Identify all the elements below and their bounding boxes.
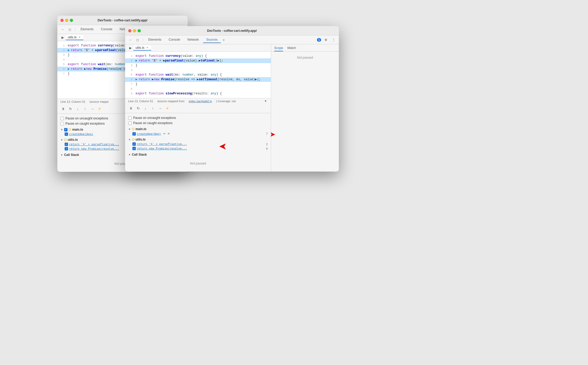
parsefloat-line-front: 2 (266, 143, 268, 146)
uncaught-checkbox-back[interactable] (60, 117, 64, 120)
minimize-button-back[interactable] (65, 19, 68, 22)
call-stack-header-front: ▼ Call Stack (128, 152, 268, 157)
parsefloat-text-back[interactable]: return '$' + parseFloat(va... (69, 143, 119, 146)
device-icon[interactable]: ◻ (67, 26, 73, 33)
file-icon-utils-front: ⬡ (132, 138, 134, 141)
status-position-back: Line 13, Column 51 (60, 100, 85, 103)
caught-label-back: Pause on caught exceptions (65, 122, 105, 125)
parsefloat-checkbox-front[interactable]: ✓ (132, 142, 136, 146)
step-out-btn-front[interactable]: ↑ (150, 106, 155, 111)
more-options-icon[interactable]: ⋮ (330, 37, 337, 43)
edit-bp-icon[interactable]: ✏ (163, 132, 166, 136)
file-tab-close-back[interactable]: ✕ (78, 35, 81, 39)
traffic-lights-front (128, 29, 141, 32)
parsefloat-checkbox-back[interactable]: ✓ (65, 143, 68, 146)
play-icon-back[interactable]: ▶ (59, 34, 66, 41)
file-tab-utils-front[interactable]: utils.ts ✕ (133, 45, 151, 51)
red-arrow-front: ➤ (270, 130, 275, 138)
bp-group-header-main-front: ▼ ⬡ main.ts (128, 127, 268, 131)
remove-bp-icon[interactable]: ✕ (167, 132, 170, 136)
code-editor-front: 1 export function currency(value: any) {… (125, 52, 271, 98)
promise-checkbox-back[interactable]: ✓ (65, 147, 68, 150)
step-btn-back[interactable]: → (90, 106, 95, 112)
status-source-prefix-front: (source mapped from (157, 100, 185, 103)
settings-icon[interactable]: ⚙ (323, 37, 329, 43)
tab-elements-back[interactable]: Elements (77, 26, 97, 33)
editor-with-panel: ▶ utils.ts ✕ 1 export function currency(… (125, 44, 339, 172)
divider-front (143, 38, 143, 42)
step-over-btn-back[interactable]: ↻ (68, 106, 73, 112)
more-tabs-icon[interactable]: » (222, 38, 226, 42)
caught-exception-row-front: Pause on caught exceptions (128, 120, 268, 126)
chevron-icon: ▼ (60, 128, 63, 131)
file-icon-main-back: ⬡ (69, 128, 71, 131)
scope-tab[interactable]: Scope (274, 46, 283, 51)
scope-not-paused: Not paused (271, 52, 339, 64)
step-over-btn-front[interactable]: ↻ (136, 106, 141, 111)
promise-text-front[interactable]: return new Promise(resolve... (137, 147, 187, 150)
front-code-line-4: 4 (125, 68, 271, 72)
uncaught-exception-row-front: Pause on uncaught exceptions (128, 115, 268, 120)
deactivate-btn-front[interactable]: ⚡ (165, 106, 170, 111)
step-into-btn-front[interactable]: ↓ (143, 106, 148, 111)
parsefloat-text-front[interactable]: return '$' + parseFloat(va... (137, 142, 187, 146)
devtools-toolbar-front: → ◻ Elements Console Network Sources » 1… (125, 35, 339, 44)
watch-tab[interactable]: Watch (287, 46, 296, 51)
pause-btn-back[interactable]: ⏸ (60, 106, 66, 112)
file-tab-utils-back[interactable]: utils.ts ✕ (66, 35, 83, 40)
editor-left: ▶ utils.ts ✕ 1 export function currency(… (125, 44, 271, 172)
window-title-back: DevTools - coffee-cart.netlify.app/ (98, 19, 148, 22)
caught-checkbox-front[interactable] (128, 121, 132, 125)
minimize-button-front[interactable] (133, 29, 136, 32)
cursor-icon[interactable]: → (59, 26, 66, 33)
maximize-button-front[interactable] (138, 29, 141, 32)
tab-sources-front[interactable]: Sources (203, 37, 221, 43)
title-bar-front: DevTools - coffee-cart.netlify.app/ (125, 26, 339, 35)
front-code-line-6: 6 ▶ return ▶new Promise(resolve => ▶setT… (125, 77, 271, 82)
tab-console-front[interactable]: Console (166, 37, 183, 43)
createapp-text-front[interactable]: createApp(App) (137, 132, 161, 136)
play-icon-front[interactable]: ▶ (127, 45, 133, 51)
tab-network-front[interactable]: Network (184, 37, 202, 43)
divider (75, 28, 75, 31)
caught-label-front: Pause on caught exceptions (133, 121, 173, 125)
main-group-checkbox-back[interactable]: ✓ (64, 128, 68, 131)
step-into-btn-back[interactable]: ↓ (75, 106, 80, 112)
status-source-link-front[interactable]: index.1ac4eab2.js (189, 100, 212, 103)
close-button-back[interactable] (60, 19, 64, 22)
debugger-controls-front: ⏸ ↻ ↓ ↑ → ⚡ (125, 104, 271, 113)
cursor-icon-front[interactable]: → (127, 37, 133, 43)
createapp-checkbox-front[interactable]: ✓ (132, 132, 136, 136)
step-btn-front[interactable]: → (157, 106, 163, 111)
status-position-front: Line 13, Column 51 (128, 100, 153, 103)
promise-text-back[interactable]: return new Promise(resolve... (69, 147, 119, 150)
pause-btn-front[interactable]: ⏸ (128, 106, 133, 111)
bp-group-utils-front: ▼ ⬡ utils.ts ✓ return '$' + parseFloat(v… (128, 137, 268, 151)
toolbar-right-front: 1 ⚙ ⋮ (317, 37, 337, 43)
file-tab-close-front[interactable]: ✕ (145, 46, 149, 50)
device-icon-front[interactable]: ◻ (134, 37, 141, 43)
createapp-checkbox-back[interactable]: ✓ (65, 132, 68, 136)
uncaught-checkbox-front[interactable] (128, 116, 132, 120)
uncaught-label-back: Pause on uncaught exceptions (65, 117, 108, 120)
main-ts-label-front: main.ts (136, 127, 146, 131)
close-button-front[interactable] (128, 29, 131, 32)
deactivate-btn-back[interactable]: ⚡ (97, 106, 102, 112)
front-code-line-2: 2 ▶ return '$' + ▶parseFloat(value).▶toF… (125, 58, 271, 63)
promise-checkbox-front[interactable]: ✓ (132, 147, 136, 150)
maximize-button-back[interactable] (70, 19, 73, 22)
tab-elements-front[interactable]: Elements (145, 37, 164, 43)
message-badge[interactable]: 1 (317, 38, 321, 42)
status-source-back: (source mappe (89, 100, 108, 103)
tab-console-back[interactable]: Console (98, 26, 115, 33)
file-tab-bar-front: ▶ utils.ts ✕ (125, 44, 271, 52)
traffic-lights-back (60, 19, 73, 22)
status-expand-btn[interactable]: ▼ (264, 99, 268, 103)
scope-watch-panel: Scope Watch Not paused (271, 44, 339, 172)
createapp-text-back[interactable]: createApp(App) (69, 132, 93, 136)
file-icon-main-front: ⬡ (132, 127, 134, 131)
caught-checkbox-back[interactable] (60, 122, 64, 125)
step-out-btn-back[interactable]: ↑ (82, 106, 88, 112)
main-ts-label-back: main.ts (72, 128, 83, 131)
front-code-line-7: 7 } (125, 82, 271, 87)
